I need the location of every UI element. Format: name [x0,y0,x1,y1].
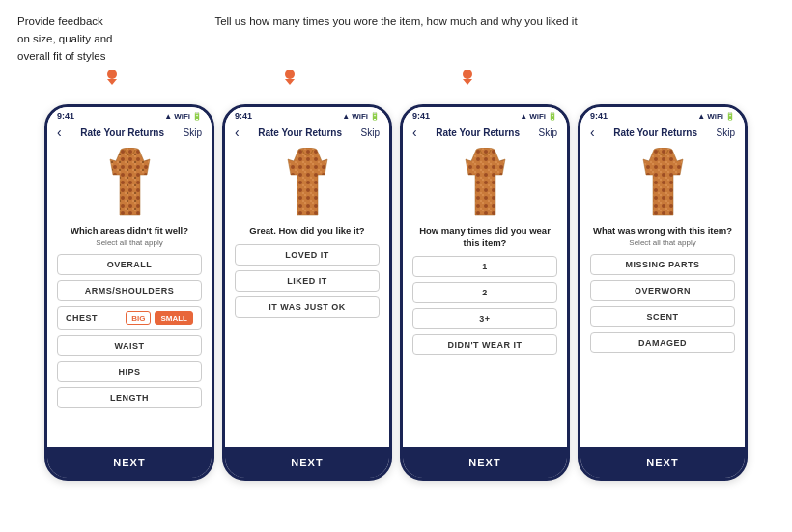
arrow-1 [27,70,197,104]
option-overall[interactable]: OVERALL [57,254,202,275]
product-image-1 [47,144,212,221]
option-damaged[interactable]: DAMAGED [590,332,735,353]
status-bar-3: 9:41 ▲ WiFi 🔋 [403,107,567,123]
time-4: 9:41 [590,111,608,121]
product-image-3 [403,144,567,221]
back-btn-4[interactable]: ‹ [590,125,595,140]
option-loved-it[interactable]: LOVED IT [235,244,380,266]
small-tag[interactable]: SMALL [155,311,193,325]
options-3: 1 2 3+ DIDN'T WEAR IT [403,251,567,447]
annotation-left: Provide feedback on size, quality and ov… [17,12,182,64]
phone-4: 9:41 ▲ WiFi 🔋 ‹ Rate Your Returns Skip [578,104,748,481]
option-3-plus-times[interactable]: 3+ [412,308,557,329]
header-title-4: Rate Your Returns [613,127,697,138]
skip-btn-3[interactable]: Skip [539,127,557,138]
option-waist[interactable]: WAIST [57,335,202,356]
next-btn-2[interactable]: NEXT [225,447,389,478]
header-4: ‹ Rate Your Returns Skip [580,123,745,144]
question-area-1: Which areas didn't fit well? Select all … [47,221,212,248]
main-content: Provide feedback on size, quality and ov… [10,12,782,481]
option-2-times[interactable]: 2 [412,282,557,303]
header-title-2: Rate Your Returns [258,127,342,138]
question-text-2: Great. How did you like it? [235,225,380,237]
time-3: 9:41 [412,111,430,121]
phone-2: 9:41 ▲ WiFi 🔋 ‹ Rate Your Returns Skip [222,104,392,481]
back-btn-3[interactable]: ‹ [412,125,417,140]
question-sub-4: Select all that apply [590,238,735,247]
option-didnt-wear[interactable]: DIDN'T WEAR IT [412,334,557,355]
question-area-2: Great. How did you like it? [225,221,389,238]
phone-3: 9:41 ▲ WiFi 🔋 ‹ Rate Your Returns Skip [400,104,570,481]
question-text-1: Which areas didn't fit well? [57,225,202,237]
phone-1: 9:41 ▲ WiFi 🔋 ‹ Rate Your Returns Skip [44,104,214,481]
time-1: 9:41 [57,111,74,121]
header-2: ‹ Rate Your Returns Skip [225,123,389,144]
next-btn-3[interactable]: NEXT [403,447,567,478]
option-liked-it[interactable]: LIKED IT [235,270,380,292]
options-4: MISSING PARTS OVERWORN SCENT DAMAGED [580,249,745,448]
product-image-2 [225,144,389,221]
header-3: ‹ Rate Your Returns Skip [403,123,567,144]
status-bar-2: 9:41 ▲ WiFi 🔋 [225,107,389,123]
question-sub-1: Select all that apply [57,238,202,247]
options-1: OVERALL ARMS/SHOULDERS CHEST BIG SMALL W… [47,249,212,448]
option-overworn[interactable]: OVERWORN [590,280,735,301]
option-1-time[interactable]: 1 [412,256,557,277]
arrow-2 [205,70,375,104]
time-2: 9:41 [235,111,252,121]
option-just-ok[interactable]: IT WAS JUST OK [235,296,380,318]
header-1: ‹ Rate Your Returns Skip [47,123,212,144]
option-missing-parts[interactable]: MISSING PARTS [590,254,735,275]
product-image-4 [580,144,745,221]
big-tag[interactable]: BIG [126,311,151,325]
chest-label: CHEST [66,313,122,322]
back-btn-2[interactable]: ‹ [235,125,240,140]
status-bar-1: 9:41 ▲ WiFi 🔋 [47,107,212,123]
status-icons-4: ▲ WiFi 🔋 [697,112,735,121]
question-area-4: What was wrong with this item? Select al… [580,221,745,248]
options-2: LOVED IT LIKED IT IT WAS JUST OK [225,239,389,448]
status-bar-4: 9:41 ▲ WiFi 🔋 [580,107,745,123]
skip-btn-2[interactable]: Skip [361,127,380,138]
skip-btn-1[interactable]: Skip [184,127,202,138]
status-icons-2: ▲ WiFi 🔋 [342,112,380,121]
option-chest-row[interactable]: CHEST BIG SMALL [57,306,202,330]
arrow-3 [382,70,552,104]
question-text-3: How many times did you wear this item? [412,225,557,249]
option-scent[interactable]: SCENT [590,306,735,327]
question-area-3: How many times did you wear this item? [403,221,567,251]
next-btn-4[interactable]: NEXT [580,447,745,478]
status-icons-3: ▲ WiFi 🔋 [520,112,557,121]
option-hips[interactable]: HIPS [57,361,202,382]
next-btn-1[interactable]: NEXT [47,447,212,478]
phones-row: 9:41 ▲ WiFi 🔋 ‹ Rate Your Returns Skip [44,104,748,481]
status-icons-1: ▲ WiFi 🔋 [164,112,202,121]
option-length[interactable]: LENGTH [57,387,202,408]
annotation-middle: Tell us how many times you wore the item… [182,12,610,64]
header-title-3: Rate Your Returns [436,127,520,138]
skip-btn-4[interactable]: Skip [717,127,735,138]
question-text-4: What was wrong with this item? [590,225,735,237]
back-btn-1[interactable]: ‹ [57,125,62,140]
option-arms-shoulders[interactable]: ARMS/SHOULDERS [57,280,202,301]
header-title-1: Rate Your Returns [80,127,164,138]
